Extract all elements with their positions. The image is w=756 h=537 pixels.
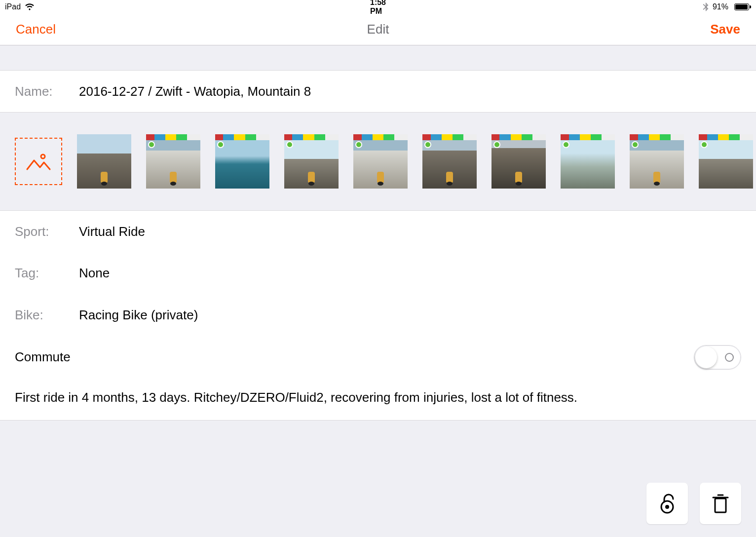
tag-label: Tag: bbox=[15, 266, 79, 281]
photo-thumb[interactable] bbox=[561, 134, 615, 189]
nav-bar: Cancel Edit Save bbox=[0, 14, 756, 45]
tag-row[interactable]: Tag: None bbox=[0, 252, 756, 295]
clock: 1:58 PM bbox=[370, 0, 386, 15]
photo-thumb[interactable] bbox=[630, 134, 684, 189]
delete-button[interactable] bbox=[700, 483, 741, 524]
photo-thumb[interactable] bbox=[77, 134, 131, 189]
sport-label: Sport: bbox=[15, 224, 79, 239]
name-value: 2016-12-27 / Zwift - Watopia, Mountain 8 bbox=[79, 84, 311, 99]
wifi-icon bbox=[25, 3, 35, 10]
description-row[interactable]: First ride in 4 months, 13 days. Ritchey… bbox=[0, 378, 756, 421]
page-title: Edit bbox=[367, 22, 389, 37]
photo-thumb[interactable] bbox=[284, 134, 339, 189]
sport-value: Virtual Ride bbox=[79, 224, 145, 239]
tag-value: None bbox=[79, 266, 110, 281]
cancel-button[interactable]: Cancel bbox=[16, 22, 56, 37]
save-button[interactable]: Save bbox=[710, 22, 740, 37]
photo-thumb[interactable] bbox=[422, 134, 477, 189]
photo-thumb[interactable] bbox=[491, 134, 546, 189]
status-bar: iPad 1:58 PM 91% bbox=[0, 0, 756, 14]
unlock-icon bbox=[657, 492, 677, 515]
photos-strip[interactable] bbox=[0, 112, 756, 211]
battery-icon bbox=[732, 3, 751, 10]
trash-icon bbox=[711, 493, 730, 514]
bike-label: Bike: bbox=[15, 307, 79, 323]
name-label: Name: bbox=[15, 84, 79, 99]
bottom-toolbar bbox=[0, 470, 756, 537]
battery-percent: 91% bbox=[713, 2, 728, 11]
description-text: First ride in 4 months, 13 days. Ritchey… bbox=[15, 390, 577, 405]
device-label: iPad bbox=[5, 2, 21, 11]
section-gap bbox=[0, 45, 756, 70]
add-photo-button[interactable] bbox=[15, 138, 62, 185]
svg-point-2 bbox=[665, 505, 669, 509]
commute-label: Commute bbox=[15, 349, 71, 365]
bike-value: Racing Bike (private) bbox=[79, 307, 198, 323]
svg-rect-3 bbox=[715, 499, 726, 512]
photo-thumb[interactable] bbox=[353, 134, 408, 189]
bike-row[interactable]: Bike: Racing Bike (private) bbox=[0, 294, 756, 337]
name-row[interactable]: Name: 2016-12-27 / Zwift - Watopia, Moun… bbox=[0, 70, 756, 113]
photo-thumb[interactable] bbox=[146, 134, 200, 189]
svg-point-0 bbox=[41, 154, 45, 158]
sport-row[interactable]: Sport: Virtual Ride bbox=[0, 210, 756, 253]
privacy-button[interactable] bbox=[646, 483, 688, 524]
photo-thumb[interactable] bbox=[215, 134, 269, 189]
commute-row: Commute bbox=[0, 336, 756, 379]
bluetooth-icon bbox=[703, 2, 709, 11]
commute-toggle[interactable] bbox=[694, 345, 741, 370]
photo-thumb[interactable] bbox=[699, 134, 753, 189]
